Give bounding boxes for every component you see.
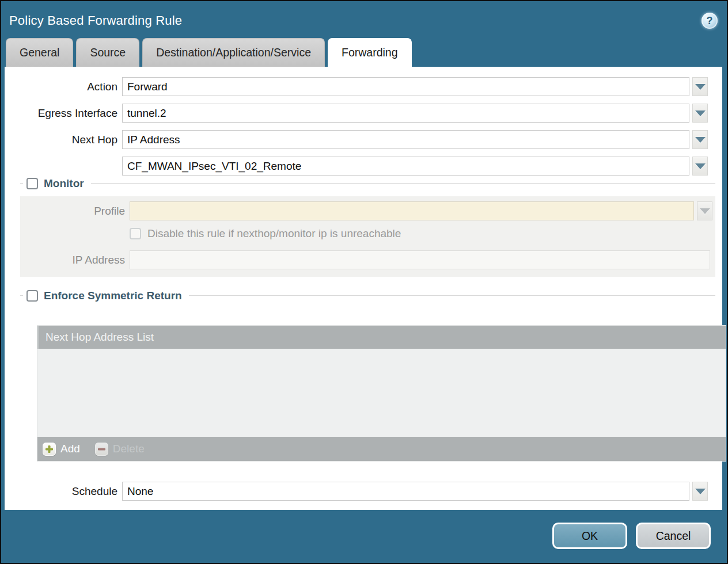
next-hop-address-list-header: Next Hop Address List: [37, 326, 726, 349]
next-hop-address-dropdown-button[interactable]: [692, 157, 708, 176]
monitor-ip-address-label: IP Address: [20, 254, 130, 266]
profile-label: Profile: [20, 205, 130, 218]
tab-source[interactable]: Source: [76, 38, 139, 67]
enforce-symmetric-return-checkbox[interactable]: [26, 290, 38, 302]
chevron-down-icon: [695, 110, 706, 116]
dialog-titlebar: Policy Based Forwarding Rule ?: [1, 1, 727, 37]
next-hop-address-list-table: Next Hop Address List Add: [37, 326, 726, 461]
help-icon[interactable]: ?: [702, 13, 718, 29]
egress-interface-input[interactable]: [122, 104, 689, 123]
schedule-dropdown-button[interactable]: [692, 482, 708, 501]
monitor-legend: Monitor: [23, 176, 91, 192]
dialog-footer: OK Cancel: [1, 510, 727, 563]
chevron-down-icon: [695, 489, 706, 494]
tab-forwarding[interactable]: Forwarding: [328, 38, 412, 67]
ok-button[interactable]: OK: [552, 523, 627, 549]
next-hop-address-row: [5, 157, 722, 176]
monitor-group: Monitor Profile Disable this rule if nex…: [20, 183, 715, 277]
chevron-down-icon: [695, 84, 706, 90]
delete-button-label: Delete: [113, 443, 145, 455]
next-hop-type-input[interactable]: [122, 130, 689, 149]
chevron-down-icon: [695, 163, 706, 169]
monitor-ip-address-input: [130, 250, 710, 269]
next-hop-label: Next Hop: [5, 134, 122, 146]
pbf-rule-dialog: Policy Based Forwarding Rule ? General S…: [0, 0, 728, 564]
dialog-title: Policy Based Forwarding Rule: [9, 13, 182, 28]
enforce-symmetric-return-group: Enforce Symmetric Return Next Hop Addres…: [20, 295, 715, 461]
tab-bar: General Source Destination/Application/S…: [1, 37, 727, 67]
egress-interface-dropdown-button[interactable]: [692, 104, 708, 123]
minus-icon: [95, 443, 108, 456]
disable-rule-checkbox: [130, 228, 141, 239]
monitor-group-title: Monitor: [44, 177, 84, 190]
action-label: Action: [5, 81, 122, 93]
egress-interface-row: Egress Interface: [5, 104, 722, 123]
next-hop-type-dropdown-button[interactable]: [692, 130, 708, 149]
tab-destination-application-service[interactable]: Destination/Application/Service: [142, 38, 325, 67]
disable-rule-checkbox-row: Disable this rule if nexthop/monitor ip …: [130, 226, 715, 241]
schedule-label: Schedule: [5, 485, 122, 498]
next-hop-address-list-toolbar: Add Delete: [37, 437, 726, 461]
next-hop-address-input[interactable]: [122, 157, 689, 176]
add-button-label: Add: [60, 443, 80, 455]
tab-general[interactable]: General: [6, 38, 73, 67]
chevron-down-icon: [695, 137, 706, 143]
monitor-panel: Profile Disable this rule if nexthop/mon…: [20, 196, 715, 277]
plus-icon: [43, 443, 56, 456]
cancel-button[interactable]: Cancel: [636, 523, 711, 549]
enforce-symmetric-return-title: Enforce Symmetric Return: [44, 289, 182, 302]
schedule-input[interactable]: [122, 482, 689, 501]
profile-input: [130, 201, 694, 220]
action-dropdown-button[interactable]: [692, 77, 708, 96]
next-hop-address-list-body[interactable]: [37, 349, 726, 437]
schedule-row: Schedule: [5, 482, 722, 501]
delete-button: Delete: [95, 443, 145, 456]
disable-rule-checkbox-label: Disable this rule if nexthop/monitor ip …: [147, 227, 401, 240]
chevron-down-icon: [700, 208, 710, 214]
add-button[interactable]: Add: [43, 443, 80, 456]
action-row: Action: [5, 77, 722, 96]
action-input[interactable]: [122, 77, 689, 96]
enforce-symmetric-return-legend: Enforce Symmetric Return: [23, 288, 189, 304]
egress-interface-label: Egress Interface: [5, 107, 122, 120]
next-hop-row: Next Hop: [5, 130, 722, 149]
monitor-checkbox[interactable]: [26, 178, 38, 189]
profile-dropdown-button: [697, 201, 712, 220]
forwarding-tab-panel: Action Egress Interface Next Hop: [5, 67, 722, 510]
profile-row: Profile: [20, 201, 715, 220]
monitor-ip-address-row: IP Address: [20, 250, 715, 269]
